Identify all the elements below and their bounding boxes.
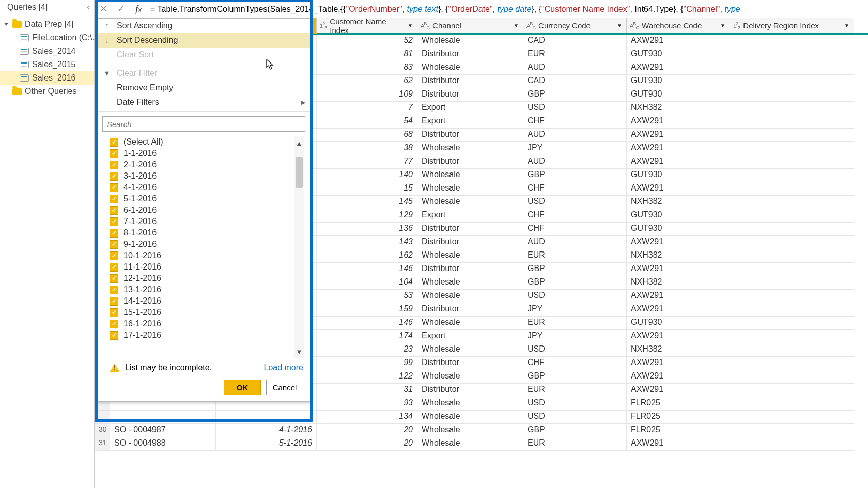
sidebar-title: Queries [4] <box>7 3 48 12</box>
queries-sidebar: Queries [4] ‹ Data Prep [4] FileLocation… <box>0 0 95 488</box>
filter-checklist: ✓(Select All)✓1-1-2016✓2-1-2016✓3-1-2016… <box>110 136 304 341</box>
folder-icon <box>12 88 22 95</box>
sort-asc-icon: ↑ <box>102 21 112 30</box>
filter-scrollbar[interactable]: ▲ ▼ <box>295 136 304 358</box>
column-header-channel[interactable]: ABCChannel▼ <box>417 18 523 33</box>
folder-icon <box>12 21 22 28</box>
warning-text: List may be incomplete. <box>125 363 212 372</box>
load-more-link[interactable]: Load more <box>264 363 304 372</box>
checkbox-icon[interactable]: ✓ <box>110 240 118 249</box>
filter-dropdown-icon[interactable]: ▼ <box>615 23 624 28</box>
group-data-prep[interactable]: Data Prep [4] <box>0 18 94 31</box>
sort-ascending[interactable]: ↑Sort Ascending <box>97 19 311 33</box>
checkbox-icon[interactable]: ✓ <box>110 172 118 181</box>
checkbox-icon[interactable]: ✓ <box>110 320 118 328</box>
query-filelocation[interactable]: FileLocation (C:\... <box>0 31 94 44</box>
sort-desc-icon: ↓ <box>102 36 112 45</box>
filter-check-item[interactable]: ✓(Select All) <box>110 136 304 148</box>
clear-filter: ▾Clear Filter <box>97 66 311 81</box>
fx-icon[interactable]: fx <box>130 4 147 14</box>
cancel-formula-icon[interactable]: ✕ <box>95 3 112 14</box>
query-sales-2016[interactable]: Sales_2016 <box>0 71 94 85</box>
filter-dropdown-icon[interactable]: ▼ <box>718 23 727 28</box>
formula-text[interactable]: = Table.TransformColumnTypes(Sales_2014_… <box>147 4 868 14</box>
filter-check-item[interactable]: ✓13-1-2016 <box>110 284 304 295</box>
filter-dropdown-icon[interactable]: ▼ <box>512 23 521 28</box>
checkbox-icon[interactable]: ✓ <box>110 286 118 294</box>
filter-check-item[interactable]: ✓3-1-2016 <box>110 170 304 182</box>
formula-bar: ✕ ✓ fx = Table.TransformColumnTypes(Sale… <box>95 0 868 18</box>
filter-check-item[interactable]: ✓11-1-2016 <box>110 261 304 273</box>
filter-check-item[interactable]: ✓17-1-2016 <box>110 329 304 341</box>
filter-check-item[interactable]: ✓16-1-2016 <box>110 318 304 329</box>
chevron-right-icon: ▶ <box>301 99 305 106</box>
checkbox-icon[interactable]: ✓ <box>110 149 118 158</box>
filter-dropdown-icon[interactable]: ▼ <box>406 23 415 28</box>
checkbox-icon[interactable]: ✓ <box>110 263 118 272</box>
filter-check-item[interactable]: ✓14-1-2016 <box>110 295 304 307</box>
sidebar-header[interactable]: Queries [4] ‹ <box>0 0 94 14</box>
filter-search-input[interactable] <box>102 116 305 132</box>
filter-check-item[interactable]: ✓15-1-2016 <box>110 307 304 318</box>
query-sales-2014[interactable]: Sales_2014 <box>0 44 94 58</box>
table-row[interactable]: 30SO - 00049874-1-201620WholesaleGBPFLR0… <box>95 424 868 437</box>
checkbox-icon[interactable]: ✓ <box>110 308 118 317</box>
filter-check-item[interactable]: ✓9-1-2016 <box>110 239 304 250</box>
filter-dropdown-icon[interactable]: ▼ <box>842 23 851 28</box>
scroll-thumb[interactable] <box>296 157 303 188</box>
remove-empty[interactable]: Remove Empty <box>97 81 311 95</box>
checkbox-icon[interactable]: ✓ <box>110 297 118 306</box>
ok-button[interactable]: OK <box>224 380 261 395</box>
checkbox-icon[interactable]: ✓ <box>110 274 118 283</box>
warning-icon <box>110 363 120 372</box>
group-label: Data Prep [4] <box>25 20 73 29</box>
sidebar-collapse-icon[interactable]: ‹ <box>87 2 90 12</box>
funnel-icon: ▾ <box>102 68 112 78</box>
checkbox-icon[interactable]: ✓ <box>110 195 118 203</box>
group-label: Other Queries <box>25 87 76 96</box>
scroll-up-icon[interactable]: ▲ <box>295 136 304 150</box>
table-row[interactable]: 134WholesaleUSDFLR025 <box>95 411 868 424</box>
checkbox-icon[interactable]: ✓ <box>110 206 118 215</box>
sort-descending[interactable]: ↓Sort Descending <box>97 33 311 48</box>
filter-check-item[interactable]: ✓6-1-2016 <box>110 204 304 216</box>
clear-sort: Clear Sort <box>97 48 311 62</box>
checkbox-icon[interactable]: ✓ <box>110 331 118 340</box>
column-header-warehouse[interactable]: ABCWarehouse Code▼ <box>627 18 730 33</box>
cancel-button[interactable]: Cancel <box>266 380 303 395</box>
table-icon <box>20 61 29 68</box>
column-header-dri[interactable]: 123Delivery Region Index▼ <box>730 18 854 33</box>
column-header-cni[interactable]: 123Customer Name Index▼ <box>317 18 417 33</box>
filter-check-item[interactable]: ✓12-1-2016 <box>110 273 304 284</box>
date-filters[interactable]: Date Filters▶ <box>97 95 311 109</box>
table-row[interactable]: 31SO - 00049885-1-201620WholesaleEURAXW2… <box>95 437 868 451</box>
checkbox-icon[interactable]: ✓ <box>110 229 118 238</box>
query-sales-2015[interactable]: Sales_2015 <box>0 58 94 71</box>
commit-formula-icon[interactable]: ✓ <box>112 3 130 14</box>
scroll-down-icon[interactable]: ▼ <box>295 345 304 358</box>
filter-check-item[interactable]: ✓10-1-2016 <box>110 250 304 261</box>
table-icon <box>20 34 29 41</box>
filter-check-item[interactable]: ✓2-1-2016 <box>110 159 304 170</box>
filter-check-item[interactable]: ✓1-1-2016 <box>110 148 304 159</box>
filter-panel: ↑Sort Ascending ↓Sort Descending Clear S… <box>97 18 311 402</box>
table-icon <box>20 74 29 82</box>
table-icon <box>20 48 29 55</box>
filter-check-item[interactable]: ✓4-1-2016 <box>110 182 304 193</box>
checkbox-icon[interactable]: ✓ <box>110 183 118 192</box>
column-header-currency[interactable]: ABCCurrency Code▼ <box>523 18 627 33</box>
queries-tree: Data Prep [4] FileLocation (C:\... Sales… <box>0 14 94 98</box>
filter-check-item[interactable]: ✓5-1-2016 <box>110 193 304 204</box>
checkbox-icon[interactable]: ✓ <box>110 217 118 226</box>
filter-check-item[interactable]: ✓7-1-2016 <box>110 216 304 227</box>
filter-check-item[interactable]: ✓8-1-2016 <box>110 227 304 239</box>
checkbox-icon[interactable]: ✓ <box>110 161 118 169</box>
checkbox-icon[interactable]: ✓ <box>110 138 118 147</box>
checkbox-icon[interactable]: ✓ <box>110 251 118 260</box>
group-other-queries[interactable]: Other Queries <box>0 85 94 98</box>
triangle-down-icon <box>4 23 8 26</box>
